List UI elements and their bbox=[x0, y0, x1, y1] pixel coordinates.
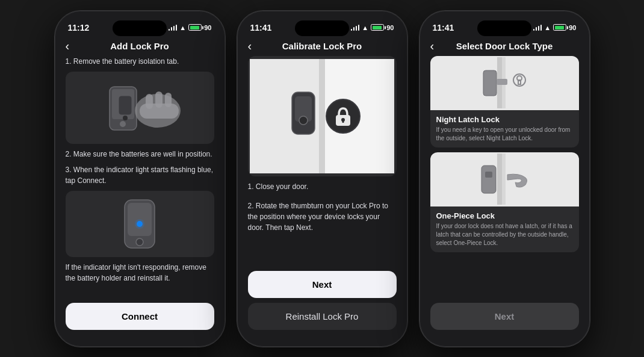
svg-rect-7 bbox=[165, 93, 172, 107]
back-button-3[interactable]: ‹ bbox=[430, 39, 435, 53]
night-latch-svg bbox=[450, 57, 559, 108]
step-2-text: 2. Make sure the batteries are well in p… bbox=[66, 149, 214, 160]
wifi-icon-3: ▲ bbox=[544, 24, 551, 31]
svg-point-9 bbox=[123, 116, 128, 120]
nav-bar-3: ‹ Select Door Lock Type bbox=[420, 39, 590, 56]
nav-bar-2: ‹ Calibrate Lock Pro bbox=[237, 39, 407, 56]
night-latch-desc: If you need a key to open your unlocked … bbox=[436, 126, 573, 143]
svg-rect-33 bbox=[502, 154, 506, 205]
phone-1: 11:12 🔔 ▲ 90 ‹ Add Lock Pro 1. Remove th… bbox=[54, 10, 226, 347]
nav-title-2: Calibrate Lock Pro bbox=[282, 41, 362, 51]
svg-rect-17 bbox=[319, 59, 325, 173]
svg-rect-24 bbox=[342, 120, 344, 123]
signal-bars-1 bbox=[169, 25, 178, 31]
svg-point-14 bbox=[136, 238, 143, 246]
next-button-3: Next bbox=[430, 303, 579, 330]
next-button-2[interactable]: Next bbox=[248, 271, 397, 298]
wifi-icon-1: ▲ bbox=[179, 24, 186, 31]
calibrate-step-1: 1. Close your door. bbox=[248, 181, 397, 192]
phone-3: 11:41 🔔 ▲ 90 ‹ Select Door Lock Type bbox=[419, 10, 590, 347]
nav-title-1: Add Lock Pro bbox=[110, 41, 169, 51]
phones-container: 11:12 🔔 ▲ 90 ‹ Add Lock Pro 1. Remove th… bbox=[54, 10, 590, 347]
battery-fill-1 bbox=[190, 26, 199, 29]
back-button-1[interactable]: ‹ bbox=[66, 39, 70, 53]
battery-label-1: 90 bbox=[204, 24, 211, 31]
battery-label-3: 90 bbox=[569, 24, 576, 31]
screen-content-3: Night Latch Lock If you need a key to op… bbox=[420, 56, 590, 303]
night-latch-image bbox=[430, 56, 579, 110]
svg-rect-8 bbox=[119, 96, 132, 115]
time-3: 11:41 bbox=[433, 23, 454, 33]
battery-label-2: 90 bbox=[386, 24, 394, 31]
svg-point-20 bbox=[299, 116, 308, 125]
night-latch-title: Night Latch Lock bbox=[436, 115, 573, 124]
back-button-2[interactable]: ‹ bbox=[248, 39, 252, 53]
svg-rect-35 bbox=[485, 172, 492, 178]
night-latch-text-container: Night Latch Lock If you need a key to op… bbox=[430, 110, 579, 147]
dynamic-island-3 bbox=[477, 20, 531, 36]
time-1: 11:12 bbox=[68, 23, 90, 33]
one-piece-image bbox=[430, 152, 579, 206]
battery-fill-3 bbox=[555, 26, 564, 29]
one-piece-card[interactable]: One-Piece Lock If your door lock does no… bbox=[430, 152, 579, 252]
bottom-area-3: Next bbox=[420, 303, 590, 347]
svg-point-13 bbox=[135, 219, 144, 229]
calibration-illustration bbox=[248, 56, 397, 176]
dynamic-island-1 bbox=[113, 20, 167, 36]
dynamic-island-2 bbox=[295, 20, 349, 36]
calibration-svg bbox=[250, 59, 394, 173]
battery-icon-3 bbox=[553, 24, 566, 31]
svg-rect-34 bbox=[481, 166, 496, 193]
time-2: 11:41 bbox=[250, 23, 272, 33]
night-latch-card[interactable]: Night Latch Lock If you need a key to op… bbox=[430, 56, 579, 147]
note-text: If the indicator light isn't responding,… bbox=[66, 262, 214, 284]
device-illustration bbox=[66, 191, 214, 257]
calibrate-step-2: 2. Rotate the thumbturn on your Lock Pro… bbox=[248, 200, 397, 233]
screen-content-1: 1. Remove the battery isolation tab. bbox=[55, 56, 225, 303]
battery-fill-2 bbox=[373, 26, 382, 29]
one-piece-svg bbox=[450, 154, 559, 205]
one-piece-text-container: One-Piece Lock If your door lock does no… bbox=[430, 206, 579, 252]
signal-bars-2 bbox=[351, 25, 360, 31]
svg-rect-5 bbox=[146, 94, 153, 109]
svg-rect-32 bbox=[497, 154, 502, 205]
screen-content-2: 1. Close your door. 2. Rotate the thumbt… bbox=[237, 56, 407, 271]
reinstall-button[interactable]: Reinstall Lock Pro bbox=[248, 303, 397, 330]
one-piece-title: One-Piece Lock bbox=[436, 211, 573, 220]
step-3-text: 3. When the indicator light starts flash… bbox=[66, 164, 214, 186]
signal-bars-3 bbox=[533, 25, 542, 31]
nav-bar-1: ‹ Add Lock Pro bbox=[55, 39, 225, 56]
svg-point-2 bbox=[120, 121, 126, 127]
svg-rect-28 bbox=[497, 79, 507, 85]
nav-title-3: Select Door Lock Type bbox=[456, 41, 553, 51]
wifi-icon-2: ▲ bbox=[362, 24, 368, 31]
one-piece-desc: If your door lock does not have a latch,… bbox=[436, 222, 573, 247]
svg-rect-27 bbox=[483, 70, 497, 96]
phone-2: 11:41 🔔 ▲ 90 ‹ Calibrate Lock Pro bbox=[237, 10, 408, 347]
hand-illustration bbox=[66, 72, 214, 144]
connect-button[interactable]: Connect bbox=[66, 303, 214, 330]
hand-svg bbox=[73, 75, 206, 141]
svg-rect-6 bbox=[155, 92, 163, 108]
step-1-text: 1. Remove the battery isolation tab. bbox=[66, 56, 214, 67]
bottom-area-2: Next Reinstall Lock Pro bbox=[237, 271, 407, 347]
device-svg bbox=[79, 194, 200, 254]
battery-icon-1 bbox=[188, 24, 202, 31]
bottom-area-1: Connect bbox=[55, 303, 225, 347]
battery-icon-2 bbox=[371, 24, 384, 31]
